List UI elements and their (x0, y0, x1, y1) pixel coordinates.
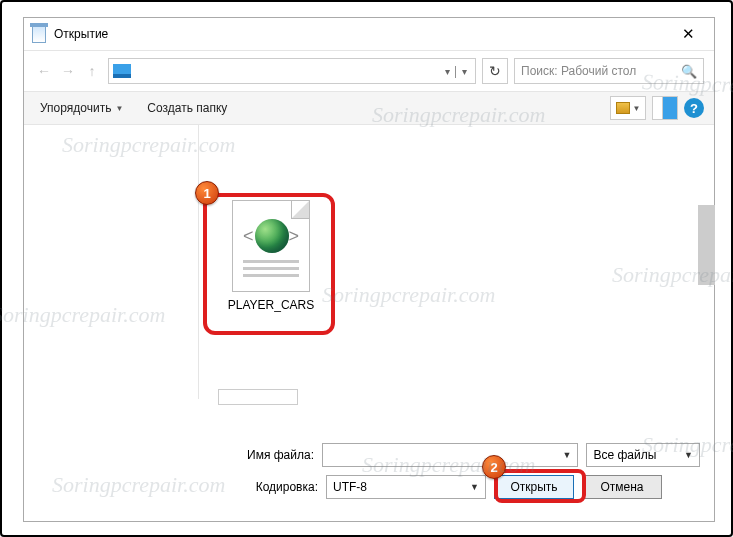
open-button[interactable]: Открыть (494, 475, 574, 499)
organize-label: Упорядочить (40, 101, 111, 115)
new-folder-button[interactable]: Создать папку (141, 97, 233, 119)
notepad-icon (30, 23, 48, 45)
titlebar: Открытие ✕ (24, 18, 714, 50)
chevron-down-icon: ▼ (633, 104, 641, 113)
search-placeholder: Поиск: Рабочий стол (521, 64, 681, 78)
screenshot-frame: Открытие ✕ ← → ↑ ▾ │ ▾ ↻ Поиск: Рабочий … (0, 0, 733, 537)
toolbar: Упорядочить ▼ Создать папку ▼ ? (24, 91, 714, 125)
chevron-down-icon: ▼ (115, 104, 123, 113)
chevron-down-icon[interactable]: ▾ │ ▾ (441, 66, 471, 77)
filename-label: Имя файла: (38, 448, 314, 462)
nav-arrows: ← → ↑ (34, 61, 102, 81)
search-input[interactable]: Поиск: Рабочий стол 🔍 (514, 58, 704, 84)
breadcrumb[interactable]: ▾ │ ▾ (108, 58, 476, 84)
view-icon (616, 102, 630, 114)
nav-row: ← → ↑ ▾ │ ▾ ↻ Поиск: Рабочий стол 🔍 (24, 51, 714, 91)
scrollbar[interactable] (698, 205, 715, 285)
html-file-icon: < > (232, 200, 310, 292)
desktop-icon (113, 64, 131, 78)
encoding-combo[interactable]: UTF-8 ▼ (326, 475, 486, 499)
up-button[interactable]: ↑ (82, 61, 102, 81)
file-item-player-cars[interactable]: < > PLAYER_CARS (211, 200, 331, 330)
filename-input[interactable]: ▼ (322, 443, 578, 467)
chevron-down-icon[interactable]: ▼ (470, 482, 479, 492)
help-button[interactable]: ? (684, 98, 704, 118)
chevron-down-icon[interactable]: ▼ (684, 450, 693, 460)
file-list[interactable]: < > PLAYER_CARS 1 (199, 125, 714, 410)
file-area: < > PLAYER_CARS 1 (24, 125, 714, 410)
search-icon: 🔍 (681, 64, 697, 79)
chevron-down-icon[interactable]: ▼ (563, 450, 572, 460)
dialog-title: Открытие (54, 27, 668, 41)
encoding-value: UTF-8 (333, 480, 470, 494)
preview-pane-button[interactable] (652, 96, 678, 120)
file-label: PLAYER_CARS (228, 298, 314, 312)
bottom-panel: Имя файла: ▼ Все файлы ▼ Кодировка: UTF-… (24, 399, 714, 521)
refresh-button[interactable]: ↻ (482, 58, 508, 84)
filetype-combo[interactable]: Все файлы ▼ (586, 443, 700, 467)
organize-button[interactable]: Упорядочить ▼ (34, 97, 129, 119)
view-mode-button[interactable]: ▼ (610, 96, 646, 120)
sidebar (24, 125, 199, 410)
open-dialog: Открытие ✕ ← → ↑ ▾ │ ▾ ↻ Поиск: Рабочий … (23, 17, 715, 522)
encoding-label: Кодировка: (38, 480, 318, 494)
back-button[interactable]: ← (34, 61, 54, 81)
forward-button[interactable]: → (58, 61, 78, 81)
filetype-value: Все файлы (593, 448, 684, 462)
close-button[interactable]: ✕ (668, 20, 708, 48)
new-folder-label: Создать папку (147, 101, 227, 115)
rename-box[interactable] (218, 389, 298, 405)
cancel-button[interactable]: Отмена (582, 475, 662, 499)
